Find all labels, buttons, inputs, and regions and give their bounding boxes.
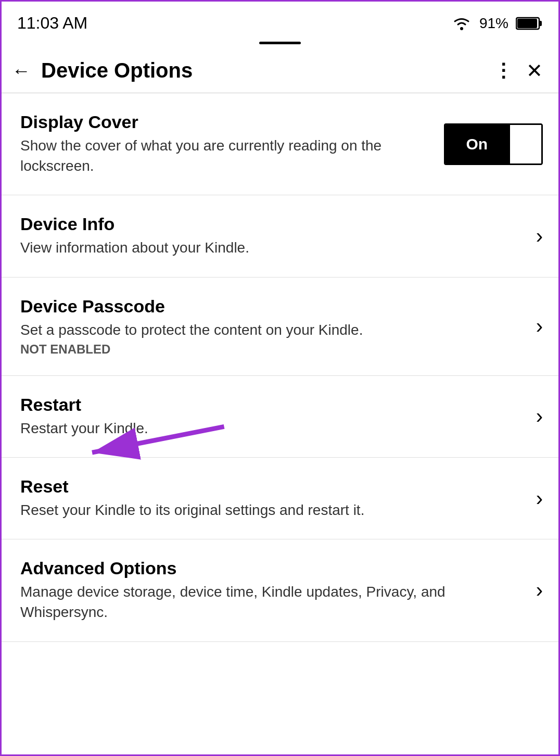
chevron-icon: › xyxy=(536,487,543,510)
close-button[interactable]: ✕ xyxy=(526,59,543,82)
back-button[interactable]: ← xyxy=(12,61,31,80)
menu-item-title-display-cover: Display Cover xyxy=(20,112,434,132)
page-title: Device Options xyxy=(41,59,193,82)
menu-item-restart[interactable]: Restart Restart your Kindle. › xyxy=(2,376,558,458)
menu-item-desc-restart: Restart your Kindle. xyxy=(20,418,526,438)
menu-item-title-reset: Reset xyxy=(20,476,526,497)
svg-point-0 xyxy=(460,27,463,30)
menu-item-display-cover[interactable]: Display Cover Show the cover of what you… xyxy=(2,93,558,195)
menu-item-text-display-cover: Display Cover Show the cover of what you… xyxy=(20,112,444,176)
menu-item-text-device-passcode: Device Passcode Set a passcode to protec… xyxy=(20,296,536,357)
item-status: NOT ENABLED xyxy=(20,342,526,357)
menu-item-title-device-info: Device Info xyxy=(20,214,526,234)
svg-rect-2 xyxy=(539,21,542,26)
swipe-indicator xyxy=(2,41,558,48)
time-display: 11:03 AM xyxy=(17,14,87,33)
menu-item-desc-advanced-options: Manage device storage, device time, Kind… xyxy=(20,582,526,622)
chevron-icon: › xyxy=(536,405,543,428)
svg-rect-3 xyxy=(517,19,537,28)
menu-item-text-reset: Reset Reset your Kindle to its original … xyxy=(20,476,536,520)
battery-icon xyxy=(516,16,543,31)
menu-item-desc-reset: Reset your Kindle to its original settin… xyxy=(20,500,526,520)
chevron-icon: › xyxy=(536,224,543,248)
menu-item-desc-display-cover: Show the cover of what you are currently… xyxy=(20,135,434,176)
menu-item-text-advanced-options: Advanced Options Manage device storage, … xyxy=(20,558,536,622)
status-bar: 11:03 AM 91% xyxy=(2,2,558,41)
menu-item-device-info[interactable]: Device Info View information about your … xyxy=(2,195,558,277)
menu-item-text-device-info: Device Info View information about your … xyxy=(20,214,536,258)
header: ← Device Options ⋮ ✕ xyxy=(2,48,558,93)
battery-percentage: 91% xyxy=(479,15,508,32)
chevron-icon: › xyxy=(536,578,543,602)
chevron-icon: › xyxy=(536,314,543,338)
menu-item-reset[interactable]: Reset Reset your Kindle to its original … xyxy=(2,458,558,539)
menu-item-desc-device-info: View information about your Kindle. xyxy=(20,237,526,258)
status-right: 91% xyxy=(451,15,543,32)
content-area: Display Cover Show the cover of what you… xyxy=(2,93,558,642)
more-menu-button[interactable]: ⋮ xyxy=(494,66,514,75)
menu-item-title-device-passcode: Device Passcode xyxy=(20,296,526,317)
menu-item-advanced-options[interactable]: Advanced Options Manage device storage, … xyxy=(2,539,558,641)
wifi-icon xyxy=(451,16,472,31)
toggle-off-box xyxy=(508,125,541,163)
menu-item-text-restart: Restart Restart your Kindle. xyxy=(20,395,536,438)
menu-item-title-restart: Restart xyxy=(20,395,526,415)
toggle-on-label: On xyxy=(446,125,508,163)
menu-item-title-advanced-options: Advanced Options xyxy=(20,558,526,578)
toggle-switch[interactable]: On xyxy=(444,123,543,165)
menu-item-desc-device-passcode: Set a passcode to protect the content on… xyxy=(20,320,526,340)
menu-item-device-passcode[interactable]: Device Passcode Set a passcode to protec… xyxy=(2,278,558,376)
